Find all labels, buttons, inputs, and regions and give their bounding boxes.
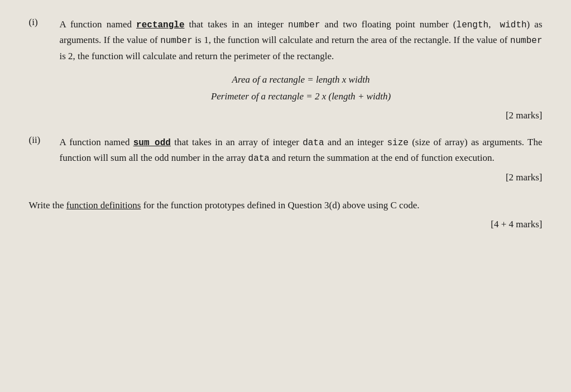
- formulas-block: Area of a rectangle = length x width Per…: [60, 72, 543, 104]
- size-code: size: [387, 138, 409, 148]
- formula-area: Area of a rectangle = length x width: [60, 72, 543, 88]
- question-label-ii: (ii): [29, 135, 60, 146]
- question-label-i: (i): [29, 17, 60, 28]
- width-code: width: [500, 20, 527, 30]
- length-code: length: [457, 20, 489, 30]
- question-body-i: A function named rectangle that takes in…: [60, 17, 543, 123]
- formula-perimeter: Perimeter of a rectangle = 2 x (length +…: [60, 89, 543, 104]
- write-section: Write the function definitions for the f…: [29, 198, 543, 232]
- number-code-1: number: [288, 20, 320, 30]
- data-code-2: data: [248, 154, 270, 164]
- marks-ii: [2 marks]: [60, 170, 543, 185]
- marks-i: [2 marks]: [60, 108, 543, 123]
- question-item-ii: (ii) A function named sum_odd that takes…: [29, 135, 543, 185]
- question-ii-text: A function named sum_odd that takes in a…: [60, 135, 543, 166]
- sum-odd-code: sum_odd: [133, 138, 171, 148]
- page-content: (i) A function named rectangle that take…: [29, 17, 543, 232]
- number-code-2: number: [160, 36, 193, 46]
- function-definitions-underline: function definitions: [66, 200, 141, 211]
- question-body-ii: A function named sum_odd that takes in a…: [60, 135, 543, 185]
- question-i-text: A function named rectangle that takes in…: [60, 17, 543, 64]
- question-item-i: (i) A function named rectangle that take…: [29, 17, 543, 123]
- write-section-text: Write the function definitions for the f…: [29, 198, 543, 213]
- data-code-1: data: [303, 138, 324, 148]
- rectangle-code: rectangle: [136, 20, 184, 30]
- number-code-3: number: [510, 36, 543, 46]
- final-marks: [4 + 4 marks]: [29, 217, 543, 232]
